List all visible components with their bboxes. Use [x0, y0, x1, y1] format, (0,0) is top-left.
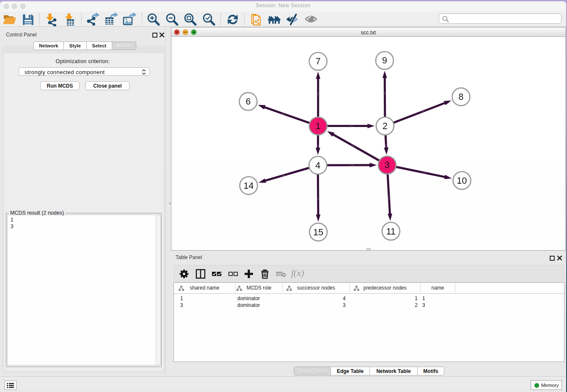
svg-text:1: 1: [316, 121, 321, 131]
svg-text:3: 3: [385, 160, 390, 170]
svg-text:6: 6: [246, 97, 251, 107]
svg-text:9: 9: [382, 55, 387, 66]
svg-text:2: 2: [383, 121, 388, 131]
svg-text:4: 4: [315, 160, 320, 171]
svg-text:8: 8: [459, 92, 464, 102]
svg-text:14: 14: [244, 181, 254, 191]
svg-text:11: 11: [386, 226, 396, 237]
svg-text:7: 7: [316, 56, 321, 66]
svg-text:15: 15: [313, 227, 323, 237]
svg-text:10: 10: [457, 176, 467, 186]
